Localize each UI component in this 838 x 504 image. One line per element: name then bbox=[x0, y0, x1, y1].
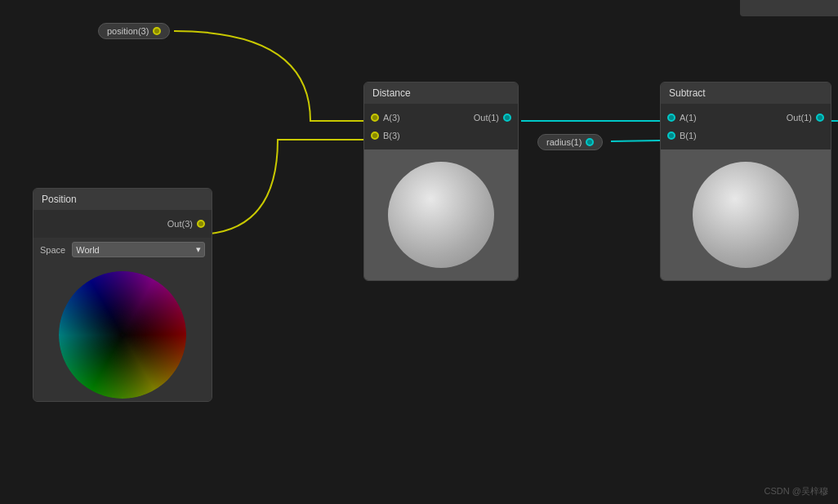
subtract-node-header: Subtract bbox=[661, 83, 831, 104]
distance-b-input-dot[interactable] bbox=[371, 132, 379, 140]
position3-label-text: position(3) bbox=[107, 26, 149, 36]
position-out-label: Out(3) bbox=[167, 219, 193, 229]
subtract-a-row: A(1) Out(1) bbox=[661, 109, 831, 127]
position-node-header: Position bbox=[33, 189, 212, 210]
position-out-row: Out(3) bbox=[33, 215, 212, 233]
position-node-title: Position bbox=[42, 194, 77, 205]
distance-out-label: Out(1) bbox=[474, 113, 499, 123]
space-label: Space bbox=[40, 245, 65, 255]
distance-node: Distance A(3) Out(1) B(3) bbox=[363, 82, 519, 281]
distance-a-row: A(3) Out(1) bbox=[364, 109, 518, 127]
distance-b-label: B(3) bbox=[383, 131, 400, 140]
subtract-a-label: A(1) bbox=[680, 113, 697, 123]
distance-node-preview bbox=[364, 149, 518, 280]
chevron-down-icon: ▾ bbox=[196, 244, 201, 255]
distance-node-header: Distance bbox=[364, 83, 518, 104]
radius1-label-text: radius(1) bbox=[546, 137, 582, 147]
subtract-b-label: B(1) bbox=[680, 131, 697, 140]
watermark-text: CSDN @吴梓穆 bbox=[764, 486, 828, 496]
position-node: Position Out(3) Space World ▾ bbox=[33, 188, 212, 402]
space-select[interactable]: World ▾ bbox=[72, 242, 205, 257]
subtract-node-title: Subtract bbox=[669, 87, 706, 99]
position-out-dot[interactable] bbox=[197, 220, 205, 228]
subtract-out-dot[interactable] bbox=[816, 114, 824, 122]
watermark: CSDN @吴梓穆 bbox=[764, 485, 828, 497]
color-wheel-container bbox=[33, 261, 212, 401]
subtract-preview-circle bbox=[693, 162, 799, 268]
distance-a-label: A(3) bbox=[383, 113, 400, 123]
position3-output-dot[interactable] bbox=[153, 27, 161, 35]
subtract-node-preview bbox=[661, 149, 831, 280]
subtract-b-row: B(1) bbox=[661, 127, 831, 145]
subtract-b-input-dot[interactable] bbox=[667, 132, 675, 140]
distance-node-title: Distance bbox=[372, 87, 411, 99]
color-wheel-canvas bbox=[57, 270, 188, 400]
subtract-a-input-dot[interactable] bbox=[667, 114, 675, 122]
color-wheel bbox=[57, 270, 188, 400]
distance-out-dot[interactable] bbox=[503, 114, 511, 122]
distance-a-input-dot[interactable] bbox=[371, 114, 379, 122]
position-node-preview: Space World ▾ bbox=[33, 238, 212, 401]
position3-label: position(3) bbox=[98, 23, 170, 39]
subtract-node: Subtract A(1) Out(1) B(1) bbox=[660, 82, 831, 281]
distance-preview-circle bbox=[388, 162, 494, 268]
distance-b-row: B(3) bbox=[364, 127, 518, 145]
top-right-ui-partial bbox=[740, 0, 838, 16]
space-row: Space World ▾ bbox=[33, 238, 212, 261]
radius1-label: radius(1) bbox=[537, 134, 603, 150]
space-value: World bbox=[76, 245, 100, 255]
subtract-out-label: Out(1) bbox=[787, 113, 812, 123]
radius1-output-dot[interactable] bbox=[586, 138, 594, 146]
